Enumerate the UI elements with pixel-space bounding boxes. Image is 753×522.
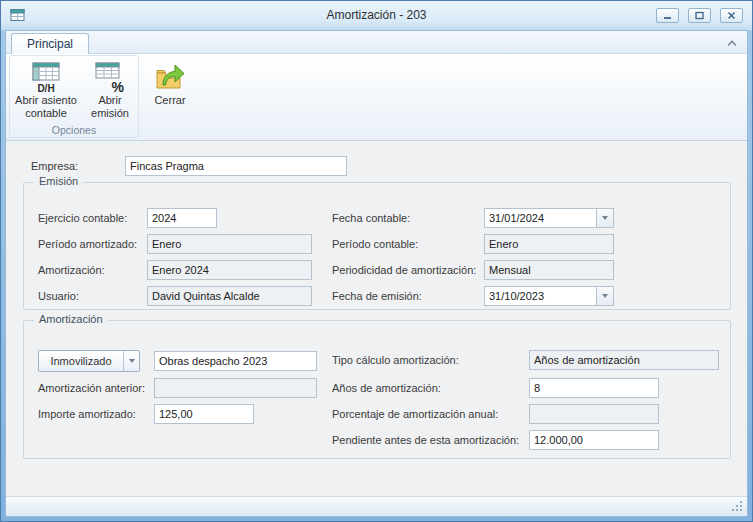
folder-arrow-icon: [154, 61, 186, 93]
amortizacion-window: Amortización - 203 Principal: [0, 0, 753, 522]
emision-groupbox: Emisión Ejercicio contable: Período amor…: [23, 182, 731, 310]
fecha-contable-combo: [484, 208, 614, 228]
emision-group-title: Emisión: [34, 175, 83, 187]
periodo-amortizado-field[interactable]: [147, 234, 312, 254]
anos-amortizacion-label: Años de amortización:: [332, 382, 441, 394]
window-controls: [656, 8, 743, 23]
open-journal-entry-button[interactable]: D/H Abrir asiento contable: [11, 57, 81, 129]
open-journal-entry-label: Abrir asiento contable: [11, 94, 81, 120]
form-area: Empresa: Emisión Ejercicio contable: Per…: [6, 141, 747, 496]
status-bar: [6, 496, 747, 516]
importe-amortizado-field[interactable]: [154, 404, 254, 424]
periodicidad-label: Periodicidad de amortización:: [332, 264, 476, 276]
periodo-amortizado-label: Período amortizado:: [38, 238, 137, 250]
chevron-down-icon: [602, 294, 608, 298]
anos-amortizacion-field[interactable]: [529, 378, 659, 398]
window-title: Amortización - 203: [1, 8, 752, 22]
periodicidad-field[interactable]: [484, 260, 614, 280]
fecha-contable-dropdown-button[interactable]: [596, 208, 614, 228]
amortizacion-anterior-label: Amortización anterior:: [38, 382, 145, 394]
percent-glyph: %: [112, 79, 125, 93]
tipo-calculo-field[interactable]: [529, 350, 719, 370]
titlebar[interactable]: Amortización - 203: [1, 1, 752, 30]
pendiente-label: Pendiente antes de esta amortización:: [332, 434, 519, 446]
chevron-down-icon: [129, 359, 135, 363]
pendiente-field[interactable]: [529, 430, 659, 450]
usuario-field[interactable]: [147, 286, 312, 306]
close-window-button[interactable]: [720, 8, 743, 23]
chevron-down-icon: [602, 216, 608, 220]
minimize-button[interactable]: [656, 8, 679, 23]
fecha-emision-dropdown-button[interactable]: [596, 286, 614, 306]
porcentaje-anual-field[interactable]: [529, 404, 659, 424]
close-button[interactable]: Cerrar: [145, 57, 195, 129]
fecha-emision-combo: [484, 286, 614, 306]
tipo-calculo-label: Tipo cálculo amortización:: [332, 354, 459, 366]
amortizacion-group-title: Amortización: [34, 313, 108, 325]
periodo-contable-field[interactable]: [484, 234, 614, 254]
chevron-up-icon: [727, 40, 737, 47]
open-emission-label: Abrir emisión: [83, 94, 137, 120]
close-label: Cerrar: [154, 94, 185, 107]
inmovilizado-selector-button[interactable]: Inmovilizado: [38, 350, 140, 372]
fecha-contable-label: Fecha contable:: [332, 212, 410, 224]
ledger-table-dh-icon: D/H: [30, 61, 62, 93]
inmovilizado-selector-label: Inmovilizado: [39, 351, 123, 371]
fecha-emision-field[interactable]: [484, 286, 596, 306]
ribbon-collapse-button[interactable]: [725, 37, 739, 49]
ejercicio-contable-label: Ejercicio contable:: [38, 212, 127, 224]
fecha-contable-field[interactable]: [484, 208, 596, 228]
porcentaje-anual-label: Porcentaje de amortización anual:: [332, 408, 498, 420]
maximize-button[interactable]: [688, 8, 711, 23]
tab-principal[interactable]: Principal: [11, 33, 89, 54]
amortizacion-anterior-field[interactable]: [154, 378, 317, 398]
amortizacion-groupbox: Amortización Inmovilizado Amortización a…: [23, 320, 731, 459]
ribbon: Opciones D/H Abrir asiento contabl: [6, 54, 747, 141]
inmovilizado-field[interactable]: [154, 351, 317, 371]
table-percent-icon: %: [94, 61, 126, 93]
close-icon: [727, 11, 736, 20]
table-grid-icon: [10, 7, 26, 23]
empresa-label: Empresa:: [31, 160, 78, 172]
amortizacion-nombre-field[interactable]: [147, 260, 312, 280]
open-emission-button[interactable]: % Abrir emisión: [83, 57, 137, 129]
ejercicio-contable-field[interactable]: [147, 208, 217, 228]
empresa-field[interactable]: [125, 156, 347, 176]
maximize-icon: [695, 11, 704, 20]
importe-amortizado-label: Importe amortizado:: [38, 408, 136, 420]
periodo-contable-label: Período contable:: [332, 238, 418, 250]
dh-glyph: D/H: [37, 83, 54, 93]
inmovilizado-dropdown-arrow: [123, 351, 139, 371]
window-client: Principal Opciones: [5, 30, 748, 517]
resize-grip-icon[interactable]: [740, 509, 742, 511]
minimize-icon: [663, 11, 672, 20]
ribbon-tab-strip: Principal: [6, 31, 747, 54]
amortizacion-nombre-label: Amortización:: [38, 264, 105, 276]
usuario-label: Usuario:: [38, 290, 79, 302]
fecha-emision-label: Fecha de emisión:: [332, 290, 422, 302]
